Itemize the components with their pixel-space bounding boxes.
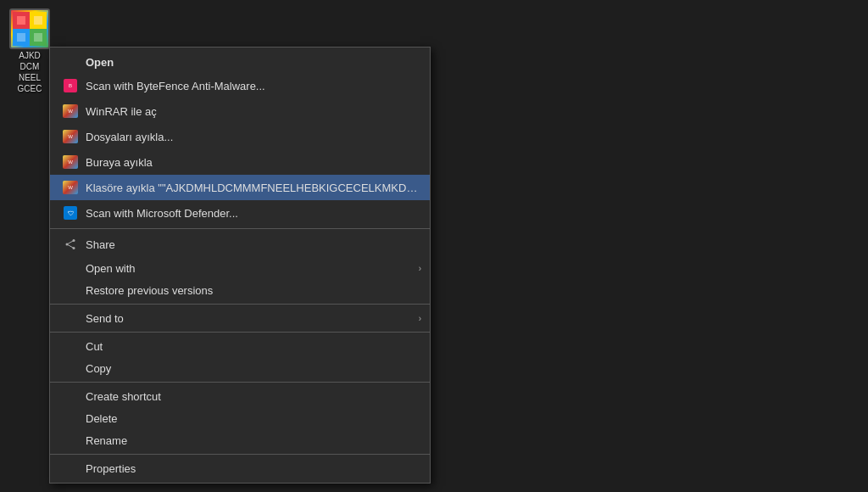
menu-item-send-to[interactable]: Send to › bbox=[50, 307, 430, 329]
menu-label-copy: Copy bbox=[86, 362, 111, 375]
menu-label-send-to: Send to bbox=[86, 312, 124, 325]
svg-rect-5 bbox=[34, 16, 42, 25]
icon-label-dcm: DCM bbox=[20, 62, 40, 71]
menu-item-winrar-open[interactable]: W WinRAR ile aç bbox=[50, 98, 430, 124]
share-icon bbox=[62, 236, 79, 253]
svg-rect-7 bbox=[34, 33, 42, 42]
menu-item-bytefence[interactable]: B Scan with ByteFence Anti-Malware... bbox=[50, 73, 430, 98]
defender-icon: 🛡 bbox=[62, 204, 79, 221]
menu-item-defender[interactable]: 🛡 Scan with Microsoft Defender... bbox=[50, 200, 430, 226]
menu-item-create-shortcut[interactable]: Create shortcut bbox=[50, 385, 430, 407]
menu-item-delete[interactable]: Delete bbox=[50, 407, 430, 429]
menu-label-defender: Scan with Microsoft Defender... bbox=[86, 207, 238, 220]
separator-2 bbox=[50, 304, 430, 305]
menu-label-restore: Restore previous versions bbox=[86, 284, 213, 297]
svg-line-11 bbox=[67, 241, 74, 245]
open-with-arrow-icon: › bbox=[419, 264, 421, 273]
separator-4 bbox=[50, 382, 430, 383]
icon-label-neel: NEEL bbox=[19, 73, 41, 82]
menu-item-cut[interactable]: Cut bbox=[50, 335, 430, 357]
send-to-arrow-icon: › bbox=[419, 314, 421, 323]
winrar-folder-icon: W bbox=[62, 179, 79, 196]
icon-label-ajkd: AJKD bbox=[19, 51, 41, 60]
menu-item-open-with[interactable]: Open with › bbox=[50, 257, 430, 279]
menu-label-winrar-open: WinRAR ile aç bbox=[86, 105, 157, 118]
menu-item-open[interactable]: Open bbox=[50, 51, 430, 73]
svg-rect-6 bbox=[17, 33, 25, 42]
winrar-extract-icon: W bbox=[62, 128, 79, 145]
icon-label-gcec: GCEC bbox=[18, 84, 42, 93]
menu-label-open: Open bbox=[86, 56, 114, 69]
context-menu: Open B Scan with ByteFence Anti-Malware.… bbox=[49, 47, 431, 484]
separator-3 bbox=[50, 332, 430, 333]
menu-label-rename: Rename bbox=[86, 434, 127, 447]
menu-item-winrar-folder[interactable]: W Klasöre ayıkla ""AJKDMHLDCMMMFNEELHEBK… bbox=[50, 175, 430, 200]
menu-label-winrar-extract: Dosyaları ayıkla... bbox=[86, 131, 173, 143]
menu-item-properties[interactable]: Properties bbox=[50, 457, 430, 479]
menu-item-copy[interactable]: Copy bbox=[50, 357, 430, 379]
menu-label-share: Share bbox=[86, 238, 115, 251]
file-icon-image bbox=[9, 8, 50, 49]
menu-item-share[interactable]: Share bbox=[50, 232, 430, 257]
separator-5 bbox=[50, 454, 430, 455]
menu-label-delete: Delete bbox=[86, 412, 118, 425]
menu-label-bytefence: Scan with ByteFence Anti-Malware... bbox=[86, 80, 265, 92]
menu-label-winrar-folder: Klasöre ayıkla ""AJKDMHLDCMMMFNEELHEBKIG… bbox=[86, 182, 418, 194]
svg-line-12 bbox=[67, 244, 74, 249]
svg-rect-4 bbox=[17, 16, 25, 25]
menu-item-winrar-here[interactable]: W Buraya ayıkla bbox=[50, 149, 430, 175]
menu-label-create-shortcut: Create shortcut bbox=[86, 390, 161, 403]
menu-item-rename[interactable]: Rename bbox=[50, 429, 430, 451]
desktop-icons-panel: AJKD DCM NEEL GCEC bbox=[4, 8, 55, 93]
bytefence-icon: B bbox=[62, 77, 79, 94]
menu-label-cut: Cut bbox=[86, 340, 103, 353]
winrar-open-icon: W bbox=[62, 103, 79, 120]
menu-label-winrar-here: Buraya ayıkla bbox=[86, 156, 153, 169]
menu-item-restore[interactable]: Restore previous versions bbox=[50, 279, 430, 301]
desktop-icon-file[interactable]: AJKD DCM NEEL GCEC bbox=[4, 8, 55, 93]
menu-label-properties: Properties bbox=[86, 462, 136, 475]
menu-label-open-with: Open with bbox=[86, 262, 136, 275]
winrar-here-icon: W bbox=[62, 154, 79, 171]
separator-1 bbox=[50, 228, 430, 229]
menu-item-winrar-extract[interactable]: W Dosyaları ayıkla... bbox=[50, 124, 430, 149]
